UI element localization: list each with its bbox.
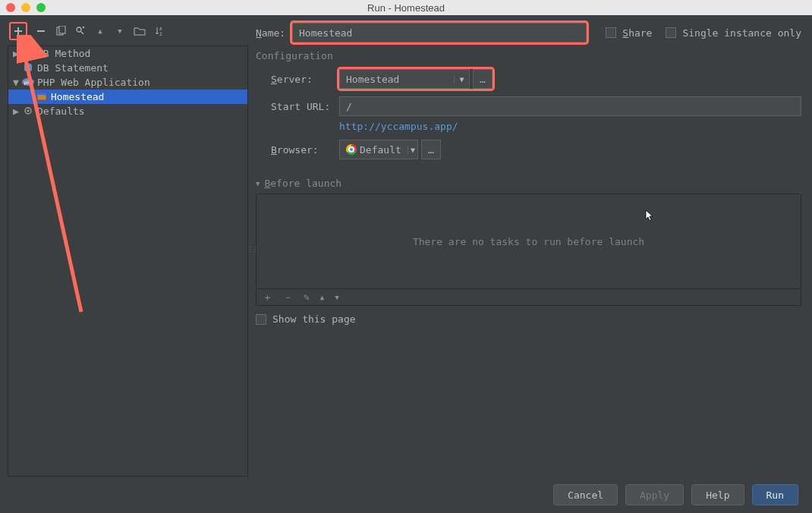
bl-remove-button[interactable]: － (283, 291, 293, 304)
resolved-url-link[interactable]: http://yccampus.app/ (339, 121, 458, 132)
name-label: Name: (256, 27, 292, 39)
svg-point-12 (27, 110, 30, 112)
before-launch-toolbar: ＋ － ✎ ▲ ▼ (256, 289, 801, 306)
browser-label: Browser: (271, 144, 339, 156)
titlebar: Run - Homestead (0, 0, 812, 15)
add-configuration-button[interactable] (9, 22, 27, 40)
name-field[interactable] (292, 23, 587, 42)
bl-edit-button[interactable]: ✎ (304, 291, 310, 303)
configuration-form: ⋮⋮ Name: Share Single instance only Conf… (248, 15, 812, 477)
tree-item-label: PHP Web Application (37, 77, 150, 88)
server-label: Server: (271, 74, 339, 85)
start-url-field[interactable] (339, 96, 801, 116)
apply-button[interactable]: Apply (625, 484, 684, 505)
browser-browse-button[interactable]: … (421, 140, 441, 159)
svg-text:A: A (159, 26, 162, 31)
gear-icon (22, 105, 34, 117)
splitter-handle[interactable]: ⋮⋮ (247, 246, 257, 253)
svg-text:php: php (24, 80, 33, 86)
settings-button[interactable] (74, 25, 87, 37)
tree-item-label: Homestead (51, 91, 104, 102)
sidebar: ▲ ▼ AZ ▶ DB Method DB Stat (0, 15, 248, 477)
db-icon (22, 61, 34, 74)
bl-add-button[interactable]: ＋ (263, 291, 272, 304)
chrome-icon (346, 144, 357, 155)
before-launch-list: There are no tasks to run before launch (256, 194, 801, 289)
bl-up-button[interactable]: ▲ (320, 294, 324, 301)
php-web-icon (36, 90, 48, 102)
chevron-down-icon: ▼ (454, 75, 469, 83)
configuration-tree[interactable]: ▶ DB Method DB Statement ▼ php PHP Web A… (8, 46, 248, 477)
bl-down-button[interactable]: ▼ (335, 294, 338, 301)
tree-item[interactable]: ▼ php PHP Web Application (8, 75, 247, 90)
sidebar-toolbar: ▲ ▼ AZ (8, 20, 248, 42)
before-launch-toggle[interactable]: ▼ Before launch (256, 178, 801, 189)
remove-configuration-button[interactable] (35, 25, 47, 37)
server-select[interactable]: Homestead ▼ (339, 69, 470, 89)
php-icon: php (22, 76, 34, 88)
cancel-button[interactable]: Cancel (553, 484, 618, 505)
copy-configuration-button[interactable] (55, 25, 67, 37)
tree-item-label: DB Statement (37, 62, 109, 74)
svg-text:Z: Z (159, 31, 162, 36)
folder-button[interactable] (134, 25, 146, 37)
help-button[interactable]: Help (691, 484, 744, 505)
svg-point-2 (77, 27, 81, 32)
move-up-button[interactable]: ▲ (94, 25, 106, 37)
move-down-button[interactable]: ▼ (114, 25, 126, 37)
start-url-label: Start URL: (271, 101, 339, 112)
tree-item[interactable]: ▶ DB Method (8, 46, 247, 61)
show-this-page-checkbox[interactable]: Show this page (256, 313, 801, 325)
window-title: Run - Homestead (0, 2, 812, 14)
sort-button[interactable]: AZ (153, 25, 165, 37)
browser-select[interactable]: Default ▼ (339, 140, 418, 159)
tree-item[interactable]: DB Statement (8, 61, 247, 75)
configuration-section-label: Configuration (256, 50, 801, 61)
share-checkbox[interactable]: Share (606, 27, 652, 39)
single-instance-checkbox[interactable]: Single instance only (666, 27, 801, 39)
db-icon (22, 47, 34, 59)
server-browse-button[interactable]: … (473, 69, 493, 89)
svg-rect-10 (37, 93, 46, 95)
tree-item-label: DB Method (37, 48, 90, 59)
tree-item-label: Defaults (37, 105, 85, 117)
run-button[interactable]: Run (752, 484, 798, 505)
dialog-footer: Cancel Apply Help Run (0, 477, 812, 513)
chevron-down-icon: ▼ (408, 146, 417, 154)
tree-item-selected[interactable]: Homestead (8, 90, 247, 104)
svg-rect-1 (59, 26, 65, 33)
tree-item[interactable]: ▶ Defaults (8, 104, 247, 118)
